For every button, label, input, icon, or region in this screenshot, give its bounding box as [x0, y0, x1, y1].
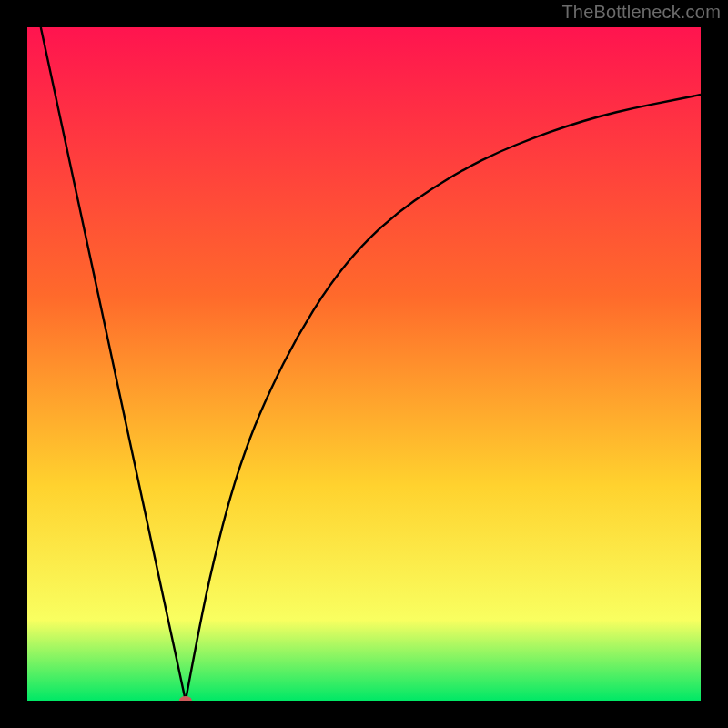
bottleneck-chart — [27, 27, 701, 701]
attribution-label: TheBottleneck.com — [561, 2, 721, 23]
chart-frame: TheBottleneck.com — [0, 0, 728, 728]
gradient-background — [27, 27, 701, 701]
